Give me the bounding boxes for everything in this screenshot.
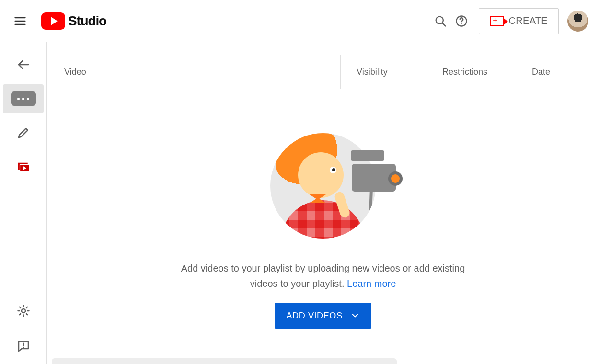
svg-point-8 <box>23 347 24 348</box>
empty-illustration <box>270 133 376 239</box>
add-videos-label: ADD VIDEOS <box>286 311 342 321</box>
add-videos-button[interactable]: ADD VIDEOS <box>275 303 371 329</box>
studio-logo[interactable]: Studio <box>41 12 106 30</box>
hamburger-icon <box>13 14 27 28</box>
column-header-restrictions[interactable]: Restrictions <box>442 67 487 77</box>
svg-point-3 <box>461 23 462 24</box>
menu-button[interactable] <box>11 11 30 31</box>
create-camera-icon: + <box>490 16 504 26</box>
youtube-icon <box>41 12 65 30</box>
arrow-left-icon <box>16 57 31 72</box>
empty-message: Add videos to your playlist by uploading… <box>170 261 476 291</box>
search-button[interactable] <box>430 11 451 32</box>
create-label: CREATE <box>509 15 548 26</box>
search-icon <box>434 14 447 28</box>
sidebar-item-playlist-videos[interactable] <box>0 150 46 186</box>
sidebar-item-edit-details[interactable] <box>0 115 46 150</box>
feedback-icon <box>16 339 31 353</box>
logo-text: Studio <box>68 13 106 29</box>
sidebar-item-settings[interactable] <box>0 293 46 329</box>
learn-more-link[interactable]: Learn more <box>347 278 396 289</box>
horizontal-scrollbar[interactable] <box>52 358 397 364</box>
column-divider <box>340 55 341 89</box>
column-headers: Video Visibility Restrictions Date <box>47 55 599 89</box>
sidebar-item-more[interactable] <box>3 84 44 113</box>
column-header-visibility[interactable]: Visibility <box>357 67 388 77</box>
sidebar-item-back[interactable] <box>0 47 46 82</box>
sidebar-item-feedback[interactable] <box>0 329 46 364</box>
chevron-down-icon <box>350 311 360 320</box>
main: Video Visibility Restrictions Date <box>47 42 599 364</box>
help-button[interactable] <box>451 11 472 32</box>
help-icon <box>455 14 468 28</box>
account-avatar[interactable] <box>567 11 588 32</box>
svg-point-6 <box>22 309 25 313</box>
playlist-icon <box>16 161 31 175</box>
empty-state: Add videos to your playlist by uploading… <box>47 133 599 329</box>
sidebar <box>0 42 47 364</box>
column-header-date[interactable]: Date <box>532 67 550 77</box>
pencil-icon <box>16 125 31 140</box>
empty-message-text: Add videos to your playlist by uploading… <box>181 263 465 289</box>
ellipsis-icon <box>11 91 36 106</box>
shell: Video Visibility Restrictions Date <box>0 42 599 364</box>
svg-line-1 <box>442 23 445 26</box>
create-button[interactable]: + CREATE <box>479 8 559 34</box>
sidebar-spacer <box>0 186 46 293</box>
topbar: Studio + CREATE <box>0 0 599 42</box>
column-header-video[interactable]: Video <box>64 67 86 77</box>
gear-icon <box>16 304 31 318</box>
